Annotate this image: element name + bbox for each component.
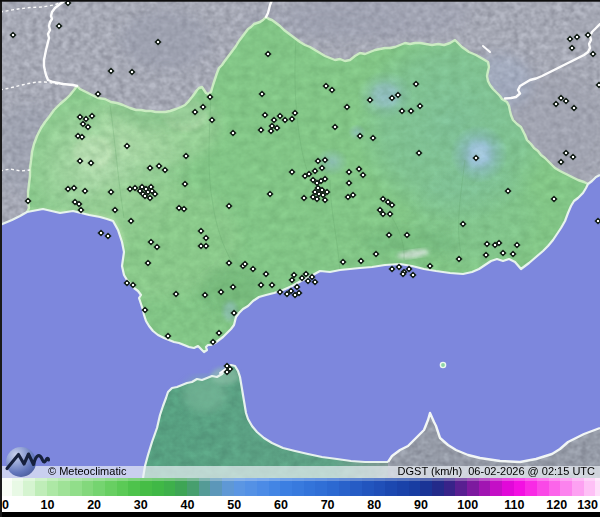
svg-text:50: 50: [227, 498, 241, 512]
svg-text:110: 110: [504, 498, 524, 512]
svg-text:120: 120: [546, 498, 567, 512]
svg-text:DGST (km/h) 06-02-2026 @ 02:1: DGST (km/h) 06-02-2026 @ 02:15 UTC: [398, 465, 595, 477]
svg-text:100: 100: [457, 498, 478, 512]
svg-text:0: 0: [2, 498, 9, 512]
svg-text:60: 60: [274, 498, 288, 512]
svg-text:20: 20: [87, 498, 101, 512]
svg-text:30: 30: [134, 498, 148, 512]
svg-text:40: 40: [181, 498, 195, 512]
svg-text:70: 70: [321, 498, 335, 512]
svg-text:80: 80: [367, 498, 381, 512]
svg-text:© Meteoclimatic: © Meteoclimatic: [48, 465, 127, 477]
svg-text:130: 130: [577, 498, 598, 512]
svg-text:90: 90: [414, 498, 428, 512]
svg-text:10: 10: [40, 498, 54, 512]
